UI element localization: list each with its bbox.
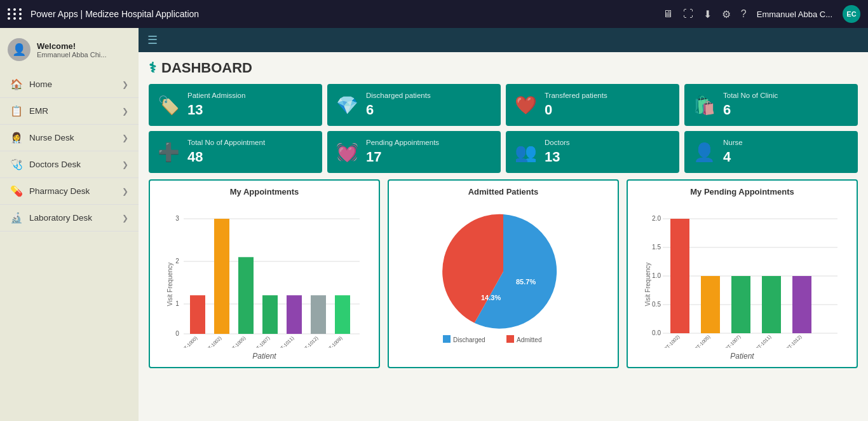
stat-label: Discharged patients (366, 92, 492, 99)
svg-rect-11 (238, 257, 254, 334)
svg-text:Discharged: Discharged (453, 336, 485, 343)
svg-text:0.5: 0.5 (652, 301, 661, 308)
svg-rect-25 (443, 335, 451, 343)
sidebar-item-laboratory[interactable]: 🔬 Laboratory Desk ❯ (0, 205, 139, 231)
stat-discharged: 💎 Discharged patients 6 (327, 84, 501, 126)
admitted-svg: 85.7% 14.3% Discharged Admitted (395, 202, 611, 348)
appointment-icon: ➕ (158, 142, 180, 163)
monitor-icon[interactable]: 🖥 (663, 8, 673, 20)
stat-total-appointment: ➕ Total No of Appointment 48 (149, 131, 322, 173)
nurse-icon: 👩‍⚕️ (10, 132, 23, 144)
user-display: Emmanuel Abba C... (757, 10, 832, 19)
stat-value: 0 (545, 102, 670, 118)
svg-rect-10 (214, 219, 229, 334)
laboratory-icon: 🔬 (10, 212, 23, 224)
sidebar-item-label: Nurse Desk (29, 133, 74, 142)
sidebar-item-doctors[interactable]: 🩺 Doctors Desk ❯ (0, 151, 139, 178)
tag-icon: 🏷️ (158, 95, 180, 116)
heart-icon: ❤️ (515, 95, 537, 116)
stat-value: 48 (187, 149, 313, 165)
fullscreen-icon[interactable]: ⛶ (683, 8, 693, 20)
svg-text:Ioba Ifeanyi (PT-1005): Ioba Ifeanyi (PT-1005) (674, 334, 712, 348)
pharmacy-icon: 💊 (10, 185, 23, 197)
sidebar-user-info: Welcome! Emmanuel Abba Chi... (37, 41, 106, 59)
svg-text:Emenike (PT-1000): Emenike (PT-1000) (165, 335, 198, 348)
svg-text:0: 0 (175, 330, 179, 337)
stat-doctors: 👥 Doctors 13 (506, 131, 679, 173)
appointments-svg: 3 2 1 0 Visit Frequency (156, 202, 372, 348)
svg-text:2: 2 (175, 258, 179, 265)
grid-icon[interactable] (8, 8, 23, 20)
settings-icon[interactable]: ⚙ (722, 8, 731, 20)
sidebar-item-label: Doctors Desk (29, 160, 81, 169)
stat-value: 17 (366, 149, 492, 165)
svg-rect-27 (506, 335, 514, 343)
stats-row-2: ➕ Total No of Appointment 48 💓 Pending A… (149, 131, 858, 173)
stats-row-1: 🏷️ Patient Admission 13 💎 Discharged pat… (149, 84, 858, 126)
appointments-chart-container: 3 2 1 0 Visit Frequency (156, 202, 372, 348)
chevron-icon: ❯ (122, 160, 128, 169)
sub-topbar: ☰ (139, 28, 868, 52)
svg-rect-15 (335, 295, 350, 334)
sidebar-item-label: Pharmacy Desk (29, 186, 90, 196)
stat-patient-admission: 🏷️ Patient Admission 13 (149, 84, 322, 126)
doctors-icon: 🩺 (10, 158, 23, 170)
pending-chart-footer: Patient (634, 352, 850, 361)
svg-rect-44 (792, 276, 811, 333)
svg-text:85.7%: 85.7% (516, 278, 536, 286)
svg-rect-9 (190, 295, 205, 334)
chevron-icon: ❯ (122, 107, 128, 116)
admitted-chart: Admitted Patients (388, 179, 619, 368)
svg-text:Visit Frequency: Visit Frequency (166, 263, 173, 307)
sidebar-item-pharmacy[interactable]: 💊 Pharmacy Desk ❯ (0, 178, 139, 205)
download-icon[interactable]: ⬇ (703, 8, 712, 20)
dashboard-title: ⚕ DASHBOARD (149, 60, 858, 76)
user-avatar[interactable]: EC (843, 5, 860, 23)
pending-icon: 💓 (336, 142, 358, 163)
svg-rect-43 (762, 276, 781, 333)
sidebar-user: 👤 Welcome! Emmanuel Abba Chi... (0, 28, 139, 71)
svg-rect-41 (701, 276, 720, 333)
pending-chart-container: 2.0 1.5 1.0 0.5 0.0 Visit (634, 202, 850, 348)
chevron-icon: ❯ (122, 214, 128, 223)
svg-text:1.5: 1.5 (652, 244, 661, 251)
svg-rect-13 (287, 295, 302, 334)
chevron-icon: ❯ (122, 187, 128, 196)
pending-chart: My Pending Appointments 2.0 1.5 1.0 0.5 … (627, 179, 858, 368)
svg-text:Admitted: Admitted (517, 336, 541, 343)
svg-rect-12 (262, 295, 278, 334)
help-icon[interactable]: ? (741, 8, 747, 20)
appointments-chart: My Appointments 3 2 1 0 (149, 179, 380, 368)
sidebar-item-emr[interactable]: 📋 EMR ❯ (0, 98, 139, 125)
clinic-icon: 🛍️ (693, 95, 715, 116)
hamburger-icon[interactable]: ☰ (147, 33, 158, 47)
stat-value: 4 (723, 149, 849, 165)
stat-label: Total No of Appointment (187, 139, 313, 146)
main-container: 👤 Welcome! Emmanuel Abba Chi... 🏠 Home ❯… (0, 28, 868, 421)
sidebar-item-home[interactable]: 🏠 Home ❯ (0, 71, 139, 98)
svg-rect-42 (731, 276, 750, 333)
sidebar: 👤 Welcome! Emmanuel Abba Chi... 🏠 Home ❯… (0, 28, 139, 421)
app-title: Power Apps | Medizee Hospital Applicatio… (31, 9, 199, 19)
sidebar-item-label: Laboratory Desk (29, 213, 92, 223)
topbar-right: 🖥 ⛶ ⬇ ⚙ ? Emmanuel Abba C... EC (663, 5, 860, 23)
sidebar-item-nurse[interactable]: 👩‍⚕️ Nurse Desk ❯ (0, 125, 139, 151)
dashboard-area: ⚕ DASHBOARD 🏷️ Patient Admission 13 💎 Di… (139, 52, 868, 376)
stat-value: 6 (723, 102, 849, 118)
svg-text:Smith Toba (PT-1002): Smith Toba (PT-1002) (644, 334, 681, 348)
stat-label: Doctors (545, 139, 670, 146)
content-area: ☰ ⚕ DASHBOARD 🏷️ Patient Admission 13 💎 (139, 28, 868, 421)
svg-rect-40 (670, 219, 689, 333)
topbar: Power Apps | Medizee Hospital Applicatio… (0, 0, 868, 28)
charts-row: My Appointments 3 2 1 0 (149, 179, 858, 368)
stat-value: 6 (366, 102, 492, 118)
stat-value: 13 (545, 149, 670, 165)
stat-label: Total No of Clinic (723, 92, 849, 99)
sidebar-username: Emmanuel Abba Chi... (37, 51, 106, 59)
diamond-icon: 💎 (336, 95, 358, 116)
dashboard-icon: ⚕ (149, 60, 156, 76)
admitted-chart-container: 85.7% 14.3% Discharged Admitted (395, 202, 611, 348)
doctors-stat-icon: 👥 (515, 142, 537, 163)
avatar: 👤 (8, 38, 31, 61)
stat-label: Transfered patients (545, 92, 670, 99)
